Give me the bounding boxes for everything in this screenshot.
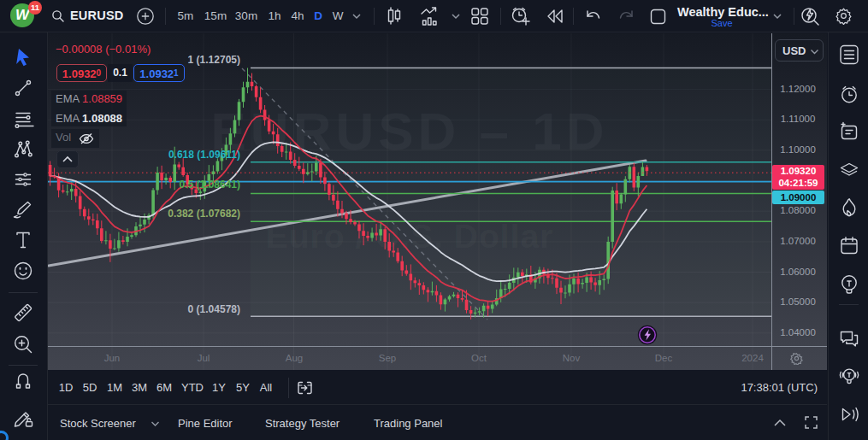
svg-text:0 (1.04578): 0 (1.04578) xyxy=(188,303,240,315)
svg-text:0.5 (1.08641): 0.5 (1.08641) xyxy=(180,179,240,191)
svg-text:0.618 (1.09611): 0.618 (1.09611) xyxy=(168,149,240,161)
svg-text:1 (1.12705): 1 (1.12705) xyxy=(188,54,240,66)
svg-text:0.382 (1.07682): 0.382 (1.07682) xyxy=(168,208,240,220)
